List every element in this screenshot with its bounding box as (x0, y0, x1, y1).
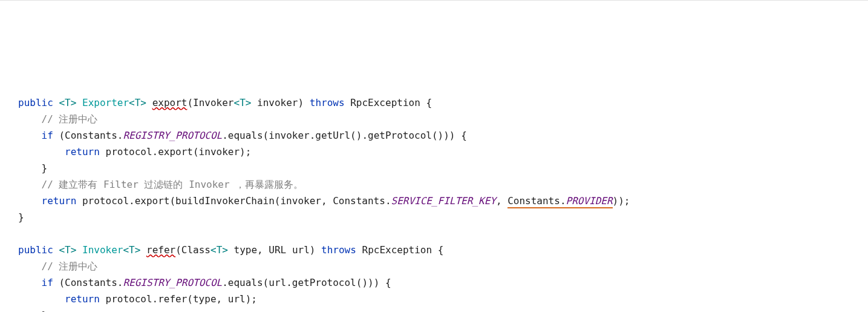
param-type-open: < (234, 97, 240, 108)
param-type-param: T (217, 244, 223, 256)
method-name-export: export (152, 97, 188, 108)
code-text: .equals(invoker.getUrl().getProtocol()))… (222, 130, 467, 141)
param-type-param: T (240, 97, 246, 108)
param-type: Invoker (193, 97, 233, 108)
brace-open: { (426, 97, 432, 108)
keyword-throws: throws (321, 244, 356, 256)
keyword-if: if (42, 130, 53, 141)
code-text: protocol.export(buildInvokerChain(invoke… (76, 195, 333, 207)
line: if (Constants.REGISTRY_PROTOCOL.equals(u… (18, 277, 391, 288)
type-param-open: < (59, 244, 65, 256)
line: // 建立带有 Filter 过滤链的 Invoker ，再暴露服务。 (18, 179, 303, 190)
code-text: .equals(url.getProtocol())) { (222, 277, 391, 288)
line: // 注册中心 (18, 113, 97, 125)
line: } (18, 211, 24, 223)
keyword-public: public (18, 244, 53, 256)
param-type: URL (269, 244, 286, 256)
code-block: public <T> Exporter<T> export(Invoker<T>… (18, 78, 850, 312)
ret-type-param: T (135, 97, 141, 108)
param-type-close: > (246, 97, 252, 108)
line: } (18, 310, 47, 312)
comment: // 注册中心 (42, 261, 98, 272)
line: } (18, 162, 47, 174)
type-param-close: > (71, 244, 77, 256)
brace-close: } (18, 211, 24, 223)
paren-close: ) (298, 97, 304, 108)
code-text: protocol.refer(type, url); (100, 293, 257, 305)
class-constants: Constants (333, 195, 385, 207)
keyword-return: return (65, 293, 100, 305)
ret-type-close: > (135, 244, 141, 256)
line: public <T> Exporter<T> export(Invoker<T>… (18, 97, 432, 108)
type-param-open: < (59, 97, 65, 108)
code-text: )); (613, 195, 630, 207)
brace-close: } (42, 162, 48, 174)
paren-close: ) (310, 244, 316, 256)
paren-open: ( (59, 130, 65, 141)
method-name-refer: refer (146, 244, 175, 256)
line: public <T> Invoker<T> refer(Class<T> typ… (18, 244, 443, 256)
type-param: T (65, 97, 71, 108)
line: return protocol.export(invoker); (18, 146, 251, 158)
keyword-if: if (42, 277, 53, 288)
paren-open: ( (175, 244, 181, 256)
type-param-close: > (71, 97, 77, 108)
dot: . (117, 277, 123, 288)
param-type: Class (181, 244, 210, 256)
keyword-public: public (18, 97, 53, 108)
brace-close: } (42, 310, 48, 312)
ret-type-close: > (140, 97, 146, 108)
comma: , (496, 195, 507, 207)
ret-type-open: < (129, 97, 135, 108)
class-constants: Constants (507, 195, 560, 207)
class-constants: Constants (65, 130, 117, 141)
param-name: invoker (251, 97, 298, 108)
return-type: Exporter (82, 97, 129, 108)
param-name: type (228, 244, 257, 256)
brace-open: { (438, 244, 444, 256)
return-type: Invoker (82, 244, 123, 256)
comma: , (257, 244, 269, 256)
comment: // 注册中心 (42, 113, 98, 125)
field-registry-protocol: REGISTRY_PROTOCOL (123, 277, 222, 288)
code-text: protocol.export(invoker); (100, 146, 251, 158)
paren-open: ( (187, 97, 193, 108)
paren-open: ( (59, 277, 65, 288)
line: return protocol.refer(type, url); (18, 293, 257, 305)
ret-type-open: < (123, 244, 129, 256)
keyword-throws: throws (310, 97, 345, 108)
field-provider: PROVIDER (566, 195, 613, 207)
line: return protocol.export(buildInvokerChain… (18, 195, 630, 208)
keyword-return: return (42, 195, 77, 207)
dot: . (385, 195, 391, 207)
param-type-open: < (210, 244, 217, 256)
dot: . (117, 130, 123, 141)
type-param: T (65, 244, 71, 256)
line: // 注册中心 (18, 261, 97, 272)
field-service-filter-key: SERVICE_FILTER_KEY (391, 195, 496, 207)
keyword-return: return (65, 146, 100, 158)
comment: // 建立带有 Filter 过滤链的 Invoker ，再暴露服务。 (42, 179, 304, 190)
class-constants: Constants (65, 277, 117, 288)
param-name: url (286, 244, 310, 256)
exception-type: RpcException (350, 97, 420, 108)
exception-type: RpcException (362, 244, 432, 256)
ret-type-param: T (129, 244, 135, 256)
dot: . (560, 195, 566, 207)
param-type-close: > (222, 244, 228, 256)
field-registry-protocol: REGISTRY_PROTOCOL (123, 130, 222, 141)
line: if (Constants.REGISTRY_PROTOCOL.equals(i… (18, 130, 467, 141)
